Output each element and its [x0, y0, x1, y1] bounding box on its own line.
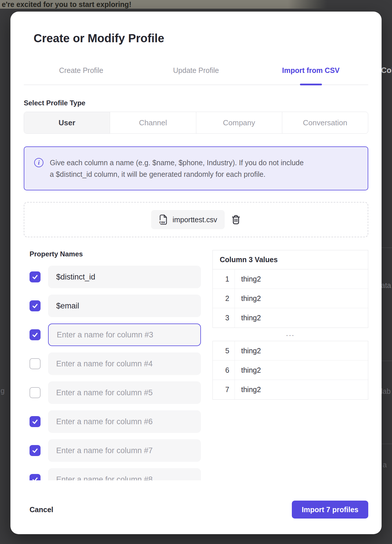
property-row: [30, 324, 201, 346]
background-fragment: lab: [381, 387, 391, 396]
property-row: [30, 468, 201, 480]
property-names-heading: Property Names: [30, 250, 201, 258]
column-4-name-input[interactable]: [48, 352, 201, 375]
checkmark-icon: [32, 331, 39, 338]
info-callout: i Give each column a name (e.g. $name, $…: [24, 146, 368, 190]
background-fragment: Col: [381, 66, 392, 75]
checkmark-icon: [32, 418, 39, 425]
column-2-name-input[interactable]: [48, 295, 201, 317]
property-row: [30, 295, 201, 317]
profile-type-conversation[interactable]: Conversation: [282, 112, 368, 133]
column-4-checkbox[interactable]: [30, 358, 41, 369]
row-value: thing2: [235, 341, 261, 360]
tab-create-profile[interactable]: Create Profile: [24, 66, 139, 84]
column-7-checkbox[interactable]: [30, 445, 41, 456]
profile-type-selector: User Channel Company Conversation: [24, 112, 368, 134]
column-3-checkbox[interactable]: [30, 329, 41, 340]
checkmark-icon: [32, 447, 39, 454]
column-7-name-input[interactable]: [48, 439, 201, 462]
row-value: thing2: [235, 308, 261, 328]
background-divider: [380, 361, 392, 361]
trash-icon: [231, 214, 241, 225]
info-icon: i: [34, 158, 43, 167]
delete-file-button[interactable]: [231, 214, 241, 225]
csv-file-icon: csv: [159, 214, 168, 225]
modal-footer: Cancel Import 7 profiles: [30, 501, 368, 519]
property-names-section: Property Names: [24, 250, 201, 480]
row-value: thing2: [235, 289, 261, 308]
column-6-checkbox[interactable]: [30, 416, 41, 427]
property-row: [30, 352, 201, 375]
column-3-name-input[interactable]: [48, 324, 201, 346]
table-row: 7 thing2: [213, 380, 368, 399]
column-2-checkbox[interactable]: [30, 300, 41, 311]
values-table-bottom: 5 thing2 6 thing2 7 thing2: [213, 341, 368, 400]
rows-ellipsis: ...: [213, 328, 368, 341]
row-number: 5: [213, 341, 235, 360]
column-values-preview: Column 3 Values 1 thing2 2 thing2 3 thin…: [213, 250, 368, 480]
property-row: [30, 439, 201, 462]
table-row: 1 thing2: [213, 269, 368, 289]
table-row: 5 thing2: [213, 341, 368, 361]
background-fragment: a: [383, 461, 387, 469]
tab-update-profile[interactable]: Update Profile: [139, 66, 254, 84]
column-5-checkbox[interactable]: [30, 387, 41, 398]
uploaded-file-chip: csv importtest.csv: [151, 210, 225, 229]
table-row: 2 thing2: [213, 289, 368, 308]
profile-type-user[interactable]: User: [24, 112, 110, 133]
background-fragment: g: [1, 387, 5, 395]
background-divider: [380, 444, 392, 444]
row-number: 7: [213, 380, 235, 399]
row-value: thing2: [235, 361, 261, 380]
property-row: [30, 381, 201, 404]
profile-type-channel[interactable]: Channel: [110, 112, 196, 133]
cancel-button[interactable]: Cancel: [30, 506, 53, 514]
background-banner: e're excited for you to start exploring!: [0, 0, 327, 9]
property-row: [30, 266, 201, 288]
background-banner-text: e're excited for you to start exploring!: [2, 0, 131, 9]
csv-upload-dropzone[interactable]: csv importtest.csv: [24, 202, 368, 237]
column-8-checkbox[interactable]: [30, 474, 41, 480]
row-number: 3: [213, 308, 235, 328]
background-fragment: ata: [381, 281, 391, 290]
profile-type-company[interactable]: Company: [196, 112, 282, 133]
import-profiles-button[interactable]: Import 7 profiles: [292, 501, 368, 519]
column-1-name-input[interactable]: [48, 266, 201, 288]
row-value: thing2: [235, 380, 261, 399]
checkmark-icon: [32, 273, 39, 280]
column-8-name-input[interactable]: [48, 468, 201, 480]
background-divider: [380, 247, 392, 248]
row-number: 6: [213, 361, 235, 380]
table-row: 6 thing2: [213, 361, 368, 380]
page-title: Create or Modify Profile: [34, 32, 368, 45]
table-row: 3 thing2: [213, 308, 368, 328]
row-number: 2: [213, 289, 235, 308]
row-number: 1: [213, 269, 235, 288]
column-5-name-input[interactable]: [48, 381, 201, 404]
create-or-modify-profile-modal: Create or Modify Profile Create Profile …: [10, 12, 382, 534]
tab-bar: Create Profile Update Profile Import fro…: [24, 66, 368, 85]
row-value: thing2: [235, 269, 261, 288]
select-profile-type-label: Select Profile Type: [24, 99, 368, 107]
checkmark-icon: [32, 476, 39, 480]
property-row: [30, 410, 201, 433]
svg-text:csv: csv: [159, 220, 165, 224]
info-callout-text: Give each column a name (e.g. $name, $ph…: [50, 157, 307, 180]
values-table-header: Column 3 Values: [213, 250, 368, 269]
uploaded-file-name: importtest.csv: [173, 216, 217, 224]
checkmark-icon: [32, 302, 39, 309]
column-1-checkbox[interactable]: [30, 271, 41, 282]
tab-import-from-csv[interactable]: Import from CSV: [253, 66, 368, 84]
property-rows-scroll-area[interactable]: [30, 266, 201, 480]
values-table-top: Column 3 Values 1 thing2 2 thing2 3 thin…: [213, 250, 368, 328]
column-6-name-input[interactable]: [48, 410, 201, 433]
